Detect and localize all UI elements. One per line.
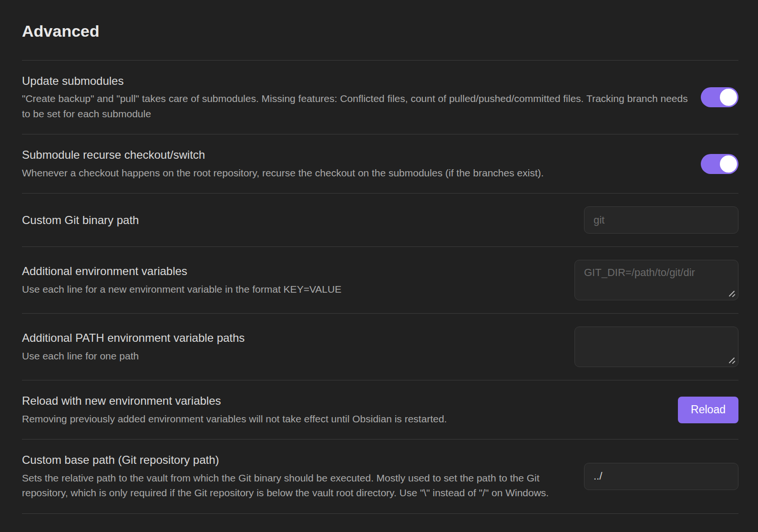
setting-description: "Create backup" and "pull" takes care of… (22, 91, 689, 121)
setting-name: Custom base path (Git repository path) (22, 452, 573, 468)
settings-list: Update submodules "Create backup" and "p… (22, 60, 738, 514)
setting-row-env-variables: Additional environment variables Use eac… (22, 246, 738, 313)
setting-row-submodule-recurse: Submodule recurse checkout/switch Whenev… (22, 134, 738, 193)
setting-name: Reload with new environment variables (22, 393, 666, 409)
setting-control (584, 206, 738, 234)
reload-button[interactable]: Reload (678, 397, 738, 423)
path-env-variables-textarea[interactable] (574, 327, 738, 367)
textarea-wrap (574, 260, 738, 300)
resize-grip-icon[interactable] (728, 290, 736, 298)
setting-info: Additional PATH environment variable pat… (22, 330, 563, 363)
setting-description: Use each line for a new environment vari… (22, 282, 563, 297)
setting-info: Reload with new environment variables Re… (22, 393, 666, 426)
setting-row-path-env-variables: Additional PATH environment variable pat… (22, 313, 738, 380)
env-variables-textarea[interactable] (574, 260, 738, 300)
setting-control (574, 260, 738, 300)
setting-info: Update submodules "Create backup" and "p… (22, 73, 689, 121)
setting-row-git-binary-path: Custom Git binary path (22, 193, 738, 246)
setting-control (584, 463, 738, 490)
submodule-recurse-toggle[interactable] (701, 154, 738, 174)
setting-name: Update submodules (22, 73, 689, 89)
page-title: Advanced (22, 20, 738, 60)
setting-name: Submodule recurse checkout/switch (22, 147, 689, 163)
setting-info: Submodule recurse checkout/switch Whenev… (22, 147, 689, 180)
setting-info: Custom base path (Git repository path) S… (22, 452, 573, 500)
setting-control (701, 87, 738, 107)
setting-description: Use each line for one path (22, 348, 563, 364)
setting-name: Additional PATH environment variable pat… (22, 330, 563, 346)
setting-description: Removing previously added environment va… (22, 411, 666, 427)
toggle-knob (720, 89, 737, 106)
setting-control: Reload (678, 397, 738, 423)
toggle-knob (720, 155, 737, 173)
setting-description: Sets the relative path to the vault from… (22, 471, 573, 501)
setting-info: Custom Git binary path (22, 213, 573, 228)
setting-row-reload-env: Reload with new environment variables Re… (22, 380, 738, 439)
setting-name: Additional environment variables (22, 264, 563, 279)
setting-control (574, 327, 738, 367)
git-binary-path-input[interactable] (584, 206, 738, 234)
setting-row-update-submodules: Update submodules "Create backup" and "p… (22, 60, 738, 134)
setting-description: Whenever a checkout happens on the root … (22, 165, 689, 181)
textarea-wrap (574, 327, 738, 367)
base-path-input[interactable] (584, 463, 738, 490)
update-submodules-toggle[interactable] (701, 87, 738, 107)
setting-name: Custom Git binary path (22, 213, 573, 228)
resize-grip-icon[interactable] (728, 357, 736, 365)
setting-control (701, 154, 738, 174)
setting-info: Additional environment variables Use eac… (22, 264, 563, 297)
setting-row-custom-base-path: Custom base path (Git repository path) S… (22, 439, 738, 513)
